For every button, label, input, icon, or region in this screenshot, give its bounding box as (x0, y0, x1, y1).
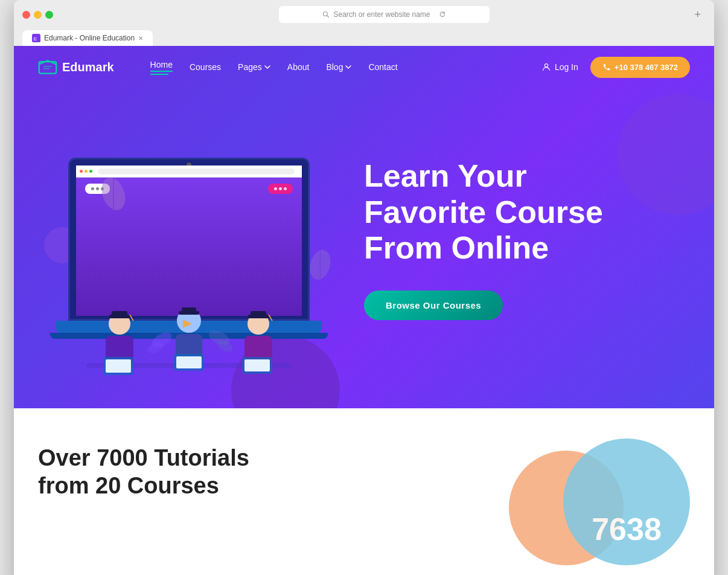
stats-number: 7638 (592, 511, 662, 547)
stats-text: Over 7000 Tutorials from 20 Courses (38, 445, 473, 500)
leaf-2 (307, 248, 334, 284)
phone-number: +10 378 467 3872 (615, 63, 678, 72)
tab-favicon: E (32, 34, 40, 42)
minimize-dot[interactable] (34, 11, 42, 19)
nav-links: Home Courses Pages About Blog (150, 60, 398, 75)
tab-title: Edumark - Online Education (44, 34, 135, 42)
stats-heading: Over 7000 Tutorials from 20 Courses (38, 445, 473, 500)
hero-text-block: Learn Your Favorite Course From Online B… (364, 158, 690, 320)
reload-icon[interactable] (439, 11, 446, 18)
browser-window: Search or enter website name + E Edumark… (14, 0, 714, 575)
browser-chrome: Search or enter website name + E Edumark… (14, 0, 714, 46)
stats-circle-blue: 7638 (563, 438, 690, 565)
nav-item-home: Home (150, 60, 173, 75)
pages-chevron-icon (264, 65, 270, 69)
address-bar[interactable]: Search or enter website name (279, 6, 490, 23)
navbar-inner: Edumark Home Courses Pages About (38, 57, 690, 78)
svg-rect-30 (244, 359, 270, 371)
stats-circles: 7638 (497, 445, 690, 565)
browser-top-bar: Search or enter website name + (22, 6, 706, 23)
svg-rect-20 (182, 307, 196, 312)
svg-line-14 (130, 315, 133, 321)
nav-about-link[interactable]: About (287, 62, 310, 72)
stats-heading-line2: from 20 Courses (38, 473, 219, 498)
browse-courses-button[interactable]: Browse Our Courses (364, 291, 503, 320)
nav-home-link[interactable]: Home (150, 60, 173, 72)
svg-line-28 (269, 315, 272, 321)
svg-rect-6 (43, 66, 52, 67)
user-icon (541, 62, 551, 72)
leaf-1 (98, 176, 129, 214)
stats-heading-line1: Over 7000 Tutorials (38, 445, 249, 471)
active-tab[interactable]: E Edumark - Online Education ✕ (22, 30, 153, 46)
nav-pages-link[interactable]: Pages (238, 62, 270, 72)
hero-heading: Learn Your Favorite Course From Online (364, 158, 690, 266)
hero-content: Learn Your Favorite Course From Online B… (14, 91, 714, 363)
svg-text:E: E (34, 36, 37, 42)
svg-rect-27 (251, 311, 266, 316)
nav-active-underline (150, 74, 168, 75)
browser-tabs: E Edumark - Online Education ✕ (22, 30, 706, 46)
login-label: Log In (555, 62, 578, 72)
nav-right: Log In +10 378 467 3872 (541, 57, 690, 78)
svg-rect-7 (43, 68, 50, 69)
hero-illustration (38, 140, 340, 339)
traffic-lights (22, 11, 53, 19)
hero-heading-line3: From Online (364, 230, 549, 265)
svg-rect-13 (112, 311, 127, 316)
svg-line-1 (327, 16, 329, 18)
nav-contact-link[interactable]: Contact (368, 62, 397, 72)
svg-point-8 (544, 64, 548, 67)
svg-rect-16 (106, 359, 131, 373)
phone-button[interactable]: +10 378 467 3872 (590, 57, 690, 78)
tab-close-button[interactable]: ✕ (138, 35, 143, 42)
logo-icon (38, 57, 57, 77)
svg-rect-23 (176, 356, 202, 368)
hero-heading-line1: Learn Your (364, 158, 527, 193)
students-illustration (62, 297, 316, 387)
phone-icon (602, 63, 611, 71)
nav-blog-link[interactable]: Blog (326, 62, 351, 72)
search-icon (322, 11, 330, 18)
hero-heading-line2: Favorite Course (364, 194, 603, 230)
nav-blog-label: Blog (326, 62, 343, 72)
address-text: Search or enter website name (333, 10, 430, 19)
hero-section: Edumark Home Courses Pages About (14, 46, 714, 408)
logo-link[interactable]: Edumark (38, 57, 114, 77)
close-dot[interactable] (22, 11, 30, 19)
new-tab-button[interactable]: + (690, 8, 706, 21)
login-button[interactable]: Log In (541, 62, 578, 72)
maximize-dot[interactable] (45, 11, 53, 19)
navbar: Edumark Home Courses Pages About (14, 46, 714, 88)
nav-pages-label: Pages (238, 62, 262, 72)
stats-section: Over 7000 Tutorials from 20 Courses 7638 (14, 408, 714, 575)
blog-chevron-icon (345, 65, 351, 69)
website-content: Edumark Home Courses Pages About (14, 46, 714, 575)
logo-text: Edumark (62, 60, 114, 74)
nav-courses-link[interactable]: Courses (190, 62, 221, 72)
